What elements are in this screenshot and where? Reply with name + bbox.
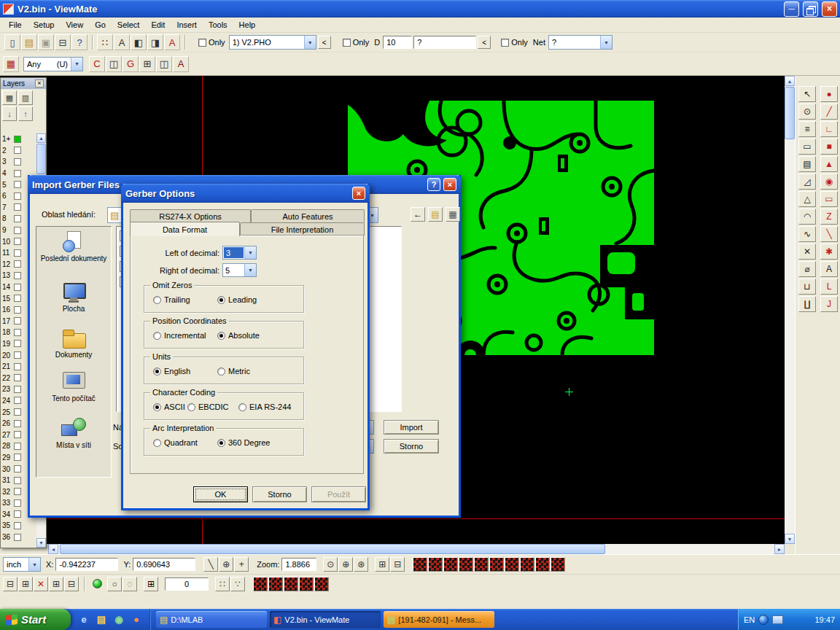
chevron-down-icon[interactable]: ▼ xyxy=(304,36,316,49)
chevron-down-icon[interactable]: ▼ xyxy=(71,58,82,71)
pad-pattern-icon[interactable] xyxy=(459,557,473,572)
cancel-button[interactable]: Storno xyxy=(384,439,439,454)
layer-swatch[interactable] xyxy=(14,454,21,461)
menu-item[interactable]: Edit xyxy=(145,18,171,31)
mirror-icon[interactable]: ◫ xyxy=(156,56,172,72)
window-titlebar[interactable]: V2.bin - ViewMate ─ × xyxy=(0,0,840,18)
capture-icon[interactable]: C xyxy=(89,56,105,72)
right-decimal-combo[interactable]: 5 ▼ xyxy=(222,263,257,277)
dot-grid-icon[interactable]: ∷ xyxy=(215,577,230,591)
erase-tool-icon[interactable]: ✕ xyxy=(798,244,816,260)
flip-tool-icon[interactable]: △ xyxy=(798,191,816,207)
radio-eia-rs244[interactable]: EIA RS-244 xyxy=(238,402,291,411)
layers-panel-titlebar[interactable]: Layers × xyxy=(1,78,46,89)
diagonal-tool-icon[interactable]: ╲ xyxy=(820,226,838,242)
restore-button[interactable] xyxy=(803,1,818,17)
pad-pattern-icon[interactable] xyxy=(505,557,519,572)
x-coordinate-field[interactable]: -0.942237 xyxy=(55,558,118,571)
layer-swatch[interactable] xyxy=(14,295,21,302)
active-layer-combo[interactable]: 1) V2.PHO ▼ xyxy=(229,35,316,50)
route-tool-icon[interactable]: Z xyxy=(820,209,838,225)
layer-swatch[interactable] xyxy=(14,340,21,347)
origin-icon[interactable]: ⊕ xyxy=(219,557,233,572)
aperture-pattern-icon[interactable] xyxy=(284,577,298,591)
horizontal-scroll-thumb[interactable] xyxy=(60,544,605,554)
layer-add-icon[interactable]: ⊞ xyxy=(18,577,33,591)
layer-swatch[interactable] xyxy=(14,397,21,404)
layer-copy-icon[interactable]: ⊞ xyxy=(49,577,63,591)
scroll-down-icon[interactable]: ▼ xyxy=(785,534,795,544)
tab-rs274x-options[interactable]: RS274-X Options xyxy=(130,209,251,222)
u-route-tool-icon[interactable]: ∐ xyxy=(798,296,816,312)
layer-row[interactable]: 1+ xyxy=(1,133,36,145)
layer-swatch[interactable] xyxy=(14,363,21,370)
menu-item[interactable]: Tools xyxy=(203,18,233,31)
layer-swatch[interactable] xyxy=(14,488,21,495)
chevron-down-icon[interactable]: ▼ xyxy=(28,558,40,571)
pad-pattern-icon[interactable] xyxy=(489,557,504,572)
scroll-right-icon[interactable]: ► xyxy=(774,544,785,554)
pad-pattern-icon[interactable] xyxy=(520,557,534,572)
dcode-input[interactable]: 10 xyxy=(383,36,412,49)
chevron-down-icon[interactable]: ▼ xyxy=(244,246,256,259)
order-tool-icon[interactable]: ≡ xyxy=(798,121,816,137)
lamp-on-icon[interactable]: ○ xyxy=(107,577,122,591)
layer-swatch[interactable] xyxy=(14,136,21,143)
layer-swatch[interactable] xyxy=(14,420,21,427)
layer-swatch[interactable] xyxy=(14,443,21,450)
scroll-up-icon[interactable]: ▲ xyxy=(36,133,46,143)
layer-swatch[interactable] xyxy=(14,386,21,393)
folder-quicklaunch-icon[interactable]: ▤ xyxy=(94,612,109,627)
language-indicator[interactable]: EN xyxy=(744,615,755,624)
menu-item[interactable]: Insert xyxy=(171,18,203,31)
layer-swatch[interactable] xyxy=(14,465,21,472)
radio-leading[interactable]: Leading xyxy=(217,295,257,304)
pad-pattern-icon[interactable] xyxy=(428,557,443,572)
apply-button[interactable]: Použít xyxy=(311,486,366,502)
open-file-icon[interactable]: ▤ xyxy=(21,34,37,50)
start-button[interactable]: Start xyxy=(0,609,71,630)
text-size-icon[interactable]: A xyxy=(114,34,130,50)
net-combo[interactable]: ? ▼ xyxy=(548,35,612,50)
only-layer-checkbox[interactable] xyxy=(198,39,206,47)
layer-swatch[interactable] xyxy=(14,306,21,314)
menu-item[interactable]: Select xyxy=(112,18,146,31)
clear-marks-icon[interactable]: ✕ xyxy=(34,577,48,591)
layer-row[interactable]: 3 xyxy=(1,156,36,168)
radio-trailing[interactable]: Trailing xyxy=(153,295,190,304)
target-tool-icon[interactable]: ◉ xyxy=(820,174,838,190)
minimize-button[interactable]: ─ xyxy=(784,1,799,17)
display-tray-icon[interactable] xyxy=(772,615,783,624)
help-button[interactable]: ? xyxy=(427,178,440,191)
place-computer[interactable]: Tento počítač xyxy=(36,371,111,402)
taskbar-clock[interactable]: 19:47 xyxy=(814,615,835,624)
snap-grid-icon[interactable]: ⊞ xyxy=(144,577,158,591)
l-route-tool-icon[interactable]: L xyxy=(820,279,838,295)
aperture-pattern-icon[interactable] xyxy=(253,577,268,591)
zoom-window-icon[interactable]: ⊙ xyxy=(323,557,338,572)
layer-swatch[interactable] xyxy=(14,260,21,268)
grid-dots-icon[interactable]: ∷ xyxy=(97,34,113,50)
task-mlab[interactable]: ▤ D:\MLAB xyxy=(156,611,267,628)
layer-down-icon[interactable]: ↓ xyxy=(2,106,17,121)
cancel-button[interactable]: Storno xyxy=(252,486,307,502)
any-filter-combo[interactable]: Any(U) ▼ xyxy=(23,57,83,71)
swap-icon[interactable]: ◫ xyxy=(106,56,122,72)
browser-quicklaunch-icon[interactable]: ● xyxy=(129,612,144,627)
import-button[interactable]: Import xyxy=(384,420,439,435)
grid-fine-icon[interactable]: ⊟ xyxy=(390,557,405,572)
radio-english[interactable]: English xyxy=(153,367,190,376)
dot-grid-small-icon[interactable]: ∵ xyxy=(230,577,245,591)
layer-swatch[interactable] xyxy=(14,170,21,177)
layers-tool-icon[interactable]: ▤ xyxy=(798,156,816,172)
lamp-off-icon[interactable]: ◌ xyxy=(122,577,137,591)
layer-swatch[interactable] xyxy=(14,238,21,245)
rect-tool-icon[interactable]: ▭ xyxy=(798,139,816,155)
triangle-tool-icon[interactable]: ▲ xyxy=(820,156,838,172)
layer-swatch[interactable] xyxy=(14,227,21,234)
y-coordinate-field[interactable]: 0.690643 xyxy=(133,558,195,571)
vertical-scrollbar[interactable]: ▲ ▼ xyxy=(785,76,795,544)
layer-swatch[interactable] xyxy=(14,431,21,438)
back-icon[interactable]: ← xyxy=(411,207,425,222)
layer-table-icon[interactable]: ▥ xyxy=(18,90,33,105)
